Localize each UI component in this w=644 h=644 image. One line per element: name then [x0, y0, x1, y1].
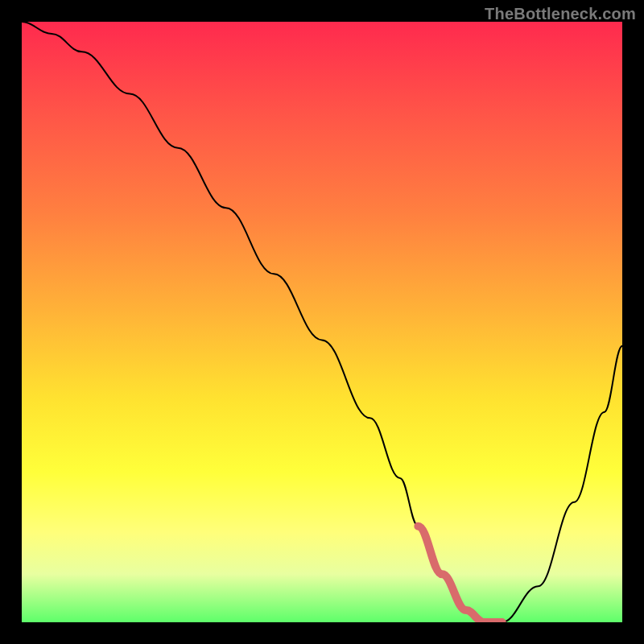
trough-highlight-path	[418, 526, 502, 622]
chart-svg	[22, 22, 622, 622]
chart-container: TheBottleneck.com	[0, 0, 644, 644]
bottleneck-curve-path	[22, 22, 622, 622]
plot-area	[22, 22, 622, 622]
watermark-text: TheBottleneck.com	[485, 5, 636, 23]
